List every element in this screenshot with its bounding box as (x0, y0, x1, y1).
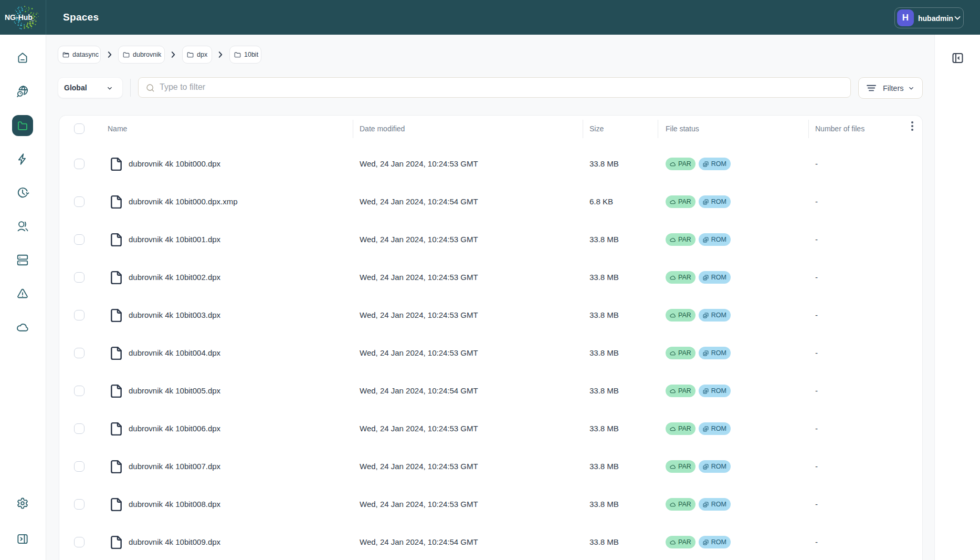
svg-text:NG-Hub: NG-Hub (5, 13, 33, 22)
svg-text:TM: TM (31, 20, 34, 22)
